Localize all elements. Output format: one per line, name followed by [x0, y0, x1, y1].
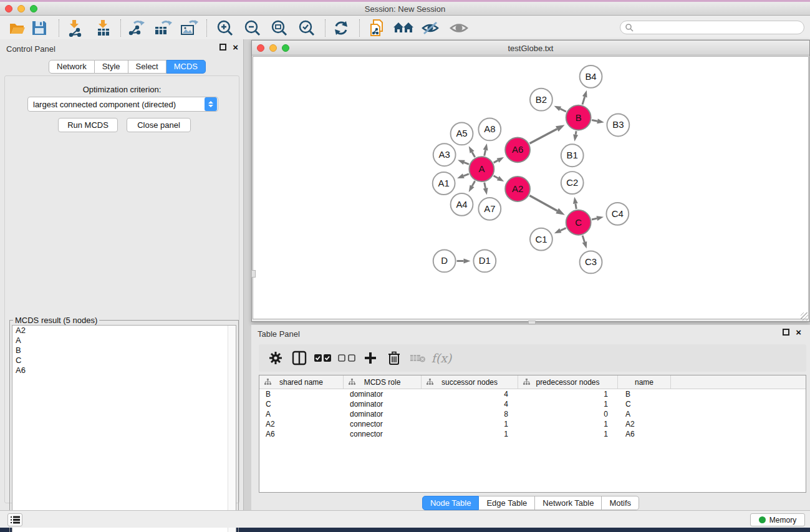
- tab-node-table[interactable]: Node Table: [422, 496, 480, 510]
- add-column-icon[interactable]: [359, 349, 382, 367]
- column-header[interactable]: name: [618, 375, 671, 389]
- gear-icon[interactable]: [264, 349, 287, 367]
- trash-icon[interactable]: [382, 349, 406, 367]
- search-input[interactable]: [634, 22, 804, 33]
- graph-node-C[interactable]: C: [566, 210, 591, 235]
- import-table-icon[interactable]: [93, 17, 114, 39]
- close-panel-button[interactable]: Close panel: [127, 118, 191, 132]
- graph-edge-A-A4[interactable]: [469, 181, 475, 192]
- tab-style[interactable]: Style: [95, 60, 128, 74]
- result-item[interactable]: A6: [12, 365, 236, 375]
- function-builder-icon[interactable]: f(x): [430, 349, 453, 367]
- graph-node-C2[interactable]: C2: [561, 172, 584, 194]
- graph-node-A3[interactable]: A3: [433, 143, 456, 166]
- run-mcds-button[interactable]: Run MCDS: [58, 118, 118, 132]
- graph-node-A8[interactable]: A8: [478, 118, 501, 141]
- graph-edge-B-B4[interactable]: [582, 90, 587, 105]
- tab-network-table[interactable]: Network Table: [535, 496, 602, 510]
- table-row[interactable]: Cdominator41C: [259, 399, 806, 409]
- splitter-grip-left[interactable]: [251, 270, 256, 278]
- import-network-icon[interactable]: [64, 17, 85, 39]
- graph-edge-A-A5[interactable]: [469, 146, 475, 157]
- home-layout-icon[interactable]: [393, 17, 414, 39]
- graph-edge-C-C2[interactable]: [573, 197, 578, 209]
- table-float-panel-icon[interactable]: [783, 329, 789, 336]
- graph-node-D1[interactable]: D1: [473, 250, 496, 273]
- tab-edge-table[interactable]: Edge Table: [479, 496, 535, 510]
- node-table[interactable]: shared nameMCDS rolesuccessor nodesprede…: [259, 375, 806, 493]
- result-item[interactable]: A2: [12, 326, 236, 336]
- clone-network-icon[interactable]: [366, 17, 387, 39]
- graph-edge-D-D1[interactable]: [457, 258, 471, 263]
- graph-edge-A-A3[interactable]: [458, 160, 469, 165]
- tab-select[interactable]: Select: [128, 60, 166, 74]
- split-table-icon[interactable]: [287, 349, 311, 367]
- graph-node-B[interactable]: B: [566, 105, 591, 130]
- column-header[interactable]: shared name: [259, 375, 344, 389]
- splitter-grip-bottom[interactable]: [528, 321, 536, 324]
- mcds-result-list[interactable]: A2ABCA6: [12, 325, 236, 532]
- graph-node-A4[interactable]: A4: [451, 193, 473, 216]
- table-row[interactable]: A2connector11A2: [259, 419, 806, 429]
- graph-node-C4[interactable]: C4: [606, 203, 629, 225]
- table-row[interactable]: A6connector11A6: [259, 429, 806, 439]
- graph-node-D[interactable]: D: [433, 250, 456, 273]
- zoom-fit-icon[interactable]: [269, 17, 290, 39]
- zoom-in-icon[interactable]: [215, 17, 236, 39]
- save-session-icon[interactable]: [29, 17, 50, 39]
- graph-node-A2[interactable]: A2: [505, 177, 530, 201]
- open-file-icon[interactable]: [7, 17, 28, 39]
- graph-edge-C-C1[interactable]: [554, 228, 566, 233]
- graph-edge-A-A1[interactable]: [457, 173, 469, 178]
- graph-node-B2[interactable]: B2: [530, 89, 552, 111]
- tab-motifs[interactable]: Motifs: [602, 496, 639, 510]
- deselect-all-icon[interactable]: [335, 349, 359, 367]
- window-resize-grip[interactable]: [801, 312, 809, 321]
- graph-edge-A-A8[interactable]: [483, 143, 488, 156]
- graph-node-A5[interactable]: A5: [451, 122, 473, 145]
- table-close-panel-icon[interactable]: ×: [796, 329, 801, 336]
- hide-details-eye-icon[interactable]: [420, 17, 441, 39]
- result-item[interactable]: B: [12, 346, 236, 355]
- graph-edge-A2-C[interactable]: [529, 196, 565, 215]
- graph-node-A[interactable]: A: [469, 157, 494, 181]
- search-field[interactable]: [620, 21, 804, 34]
- graph-node-B3[interactable]: B3: [607, 114, 629, 137]
- graph-edge-A6-B[interactable]: [529, 125, 564, 143]
- graph-node-A7[interactable]: A7: [478, 198, 501, 220]
- task-history-button[interactable]: [7, 513, 22, 526]
- graph-node-B1[interactable]: B1: [561, 144, 584, 167]
- export-network-icon[interactable]: [125, 17, 147, 39]
- graph-edge-B-B3[interactable]: [592, 118, 604, 123]
- table-row[interactable]: Bdominator41B: [259, 389, 806, 399]
- graph-edge-C-C4[interactable]: [592, 216, 604, 221]
- birds-eye-icon[interactable]: [448, 17, 470, 39]
- graph-node-A6[interactable]: A6: [505, 137, 530, 162]
- graph-edge-A-A7[interactable]: [483, 183, 488, 195]
- graph-node-B4[interactable]: B4: [580, 65, 602, 88]
- graph-node-A1[interactable]: A1: [433, 172, 455, 195]
- criterion-select[interactable]: largest connected component (directed): [27, 97, 218, 112]
- delete-table-icon[interactable]: [406, 349, 430, 367]
- graph-edge-A-A6[interactable]: [494, 157, 504, 163]
- export-image-icon[interactable]: [178, 17, 200, 39]
- memory-button[interactable]: Memory: [750, 513, 805, 526]
- result-scrollbar[interactable]: [228, 326, 236, 532]
- graph-edge-B-B2[interactable]: [554, 106, 566, 112]
- refresh-view-icon[interactable]: [330, 17, 352, 39]
- table-row[interactable]: Adominator80A: [259, 409, 806, 419]
- network-canvas[interactable]: B4B2BB3A8A5A6A3B1AA1C2A2A4A7C4CC1C3DD1: [253, 56, 809, 319]
- result-item[interactable]: C: [12, 355, 236, 365]
- graph-node-C1[interactable]: C1: [530, 228, 552, 251]
- tab-network[interactable]: Network: [49, 60, 95, 74]
- export-table-icon[interactable]: [152, 17, 173, 39]
- result-item[interactable]: A: [12, 336, 236, 346]
- tab-mcds[interactable]: MCDS: [166, 60, 206, 74]
- zoom-selected-icon[interactable]: [296, 17, 317, 39]
- column-header[interactable]: predecessor nodes: [518, 375, 618, 389]
- close-panel-icon[interactable]: ×: [233, 44, 238, 51]
- graph-edge-B-B1[interactable]: [573, 131, 578, 142]
- zoom-out-icon[interactable]: [242, 17, 263, 39]
- float-panel-icon[interactable]: [219, 44, 226, 51]
- graph-node-C3[interactable]: C3: [580, 251, 602, 274]
